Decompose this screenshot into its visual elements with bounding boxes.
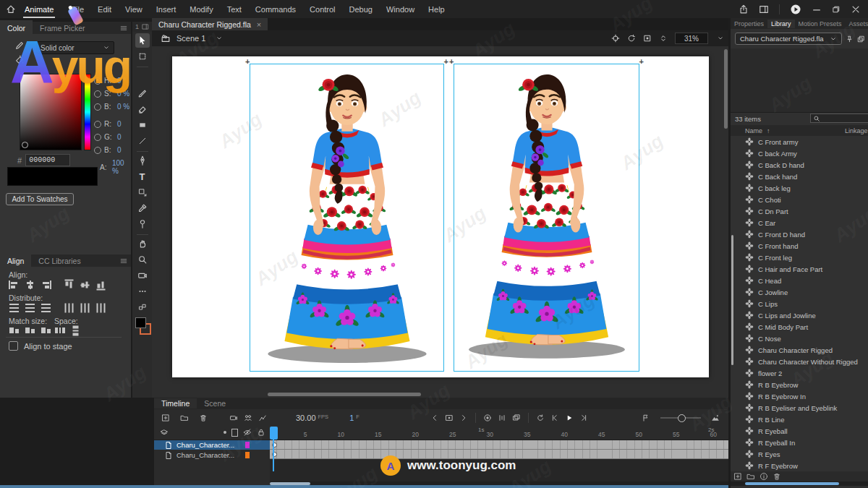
radio-g[interactable] [94, 134, 101, 141]
library-item[interactable]: flower 2 [731, 367, 868, 379]
library-item[interactable]: Charu Character Rigged [731, 344, 868, 356]
hide-layers-icon[interactable] [243, 428, 252, 437]
match-height-icon[interactable] [25, 326, 35, 335]
asset-warp-tool[interactable] [135, 185, 150, 200]
document-tab[interactable]: Charu Character Rigged.fla × [152, 18, 268, 30]
tab-frame-picker[interactable]: Frame Picker [33, 20, 92, 35]
selection-tool[interactable] [135, 33, 150, 48]
stage-selection-left[interactable] [250, 64, 444, 372]
minimize-icon[interactable] [812, 4, 822, 14]
h-value[interactable]: 0 ° [117, 77, 126, 85]
fps-value[interactable]: 30.00 [296, 414, 316, 422]
distribute-right-icon[interactable] [97, 303, 106, 314]
library-document-select[interactable]: Charu Character Rigged.fla [735, 33, 842, 45]
align-center-h-icon[interactable] [25, 281, 35, 289]
tab-motion-presets[interactable]: Motion Presets [795, 20, 846, 28]
menu-item-modify[interactable]: Modify [190, 2, 213, 17]
distribute-center-h-icon[interactable] [81, 303, 90, 314]
quick-share-play-icon[interactable] [790, 4, 801, 15]
loop-icon[interactable] [533, 411, 548, 424]
library-item[interactable]: C Head [731, 275, 868, 286]
fill-color-chip[interactable] [135, 317, 146, 328]
tab-close-icon[interactable]: × [257, 20, 261, 29]
step-back-icon[interactable] [548, 411, 562, 424]
layer-color-swatch[interactable] [245, 442, 250, 448]
library-item[interactable]: C Back D hand [731, 159, 868, 171]
panel-menu-icon[interactable] [119, 257, 128, 265]
align-bottom-icon[interactable] [97, 280, 106, 291]
scroll-thumb[interactable] [745, 482, 839, 485]
menu-item-control[interactable]: Control [310, 2, 335, 17]
character-illustration[interactable] [257, 66, 438, 368]
brush-tool[interactable] [135, 86, 150, 100]
workspace-icon[interactable] [759, 4, 769, 14]
library-item[interactable]: C back Army [731, 147, 868, 159]
onion-skin-icon[interactable] [480, 411, 495, 424]
free-transform-tool[interactable] [135, 49, 150, 64]
library-item[interactable]: R B Eyebrow [731, 379, 868, 390]
delete-layer-icon[interactable] [196, 411, 210, 424]
bone-pin-tool[interactable] [135, 217, 150, 231]
library-item[interactable]: C Lips [731, 298, 868, 309]
rectangle-tool[interactable] [135, 118, 150, 132]
match-both-icon[interactable] [41, 326, 51, 335]
layer-row[interactable]: Charu_Character... [154, 450, 270, 460]
new-folder-icon[interactable] [746, 472, 755, 481]
library-item[interactable]: Charu Character Without Rigged [731, 356, 868, 367]
library-item[interactable]: C Nose [731, 333, 868, 344]
center-stage-icon[interactable] [643, 34, 652, 43]
saturation-brightness-picker[interactable] [20, 74, 82, 150]
scene-name[interactable]: Scene 1 [176, 34, 205, 43]
library-search[interactable] [810, 114, 868, 123]
insert-keyframe-icon[interactable] [442, 411, 456, 424]
distribute-middle-icon[interactable] [25, 304, 35, 312]
eraser-tool[interactable] [135, 102, 150, 116]
menu-item-window[interactable]: Window [386, 2, 414, 17]
text-tool[interactable]: T [135, 169, 150, 184]
hue-slider[interactable] [84, 74, 91, 150]
tab-library[interactable]: Library [767, 20, 795, 28]
s-value[interactable]: 0 % [117, 90, 129, 98]
library-item[interactable]: C Ear [731, 217, 868, 228]
tab-scene[interactable]: Scene [197, 398, 233, 408]
column-name[interactable]: Name [745, 127, 762, 134]
alpha-value[interactable]: 100 % [112, 159, 131, 175]
search-input[interactable] [820, 114, 868, 123]
graph-editor-icon[interactable] [255, 411, 270, 424]
library-item[interactable]: C Hair and Face Part [731, 263, 868, 275]
new-layer-icon[interactable] [158, 411, 173, 424]
stroke-color-icon[interactable] [14, 40, 25, 51]
library-h-scrollbar[interactable] [731, 481, 868, 486]
add-camera-icon[interactable] [226, 411, 241, 424]
slider-knob[interactable] [678, 414, 686, 422]
panel-menu-icon[interactable] [119, 24, 128, 33]
library-item[interactable]: R Eyeball [731, 425, 868, 437]
align-top-icon[interactable] [65, 280, 74, 291]
library-item[interactable]: R B Eyebrow In [731, 390, 868, 402]
library-item[interactable]: R F Eyebrow [731, 460, 868, 471]
zoom-tool[interactable] [135, 252, 150, 267]
next-keyframe-icon[interactable] [456, 411, 471, 424]
show-all-dot-icon[interactable] [224, 431, 226, 434]
library-item[interactable]: C back leg [731, 182, 868, 194]
picker-cursor[interactable] [22, 142, 28, 148]
tab-timeline[interactable]: Timeline [154, 398, 197, 408]
radio-h[interactable] [94, 77, 101, 85]
space-horizontal-icon[interactable] [72, 325, 80, 336]
line-tool[interactable] [135, 134, 150, 148]
tab-color[interactable]: Color [0, 20, 33, 35]
new-symbol-icon[interactable] [733, 472, 742, 481]
play-icon[interactable] [562, 411, 576, 424]
library-item[interactable]: C Lips and Jowline [731, 309, 868, 321]
library-item[interactable]: R Eyes [731, 448, 868, 460]
menu-item-view[interactable]: View [125, 2, 142, 17]
current-frame-value[interactable]: 1 [349, 414, 354, 422]
onion-skin-outlines-icon[interactable] [495, 411, 509, 424]
layer-color-swatch[interactable] [245, 452, 250, 458]
library-scrollbar[interactable] [731, 235, 733, 365]
pin-library-icon[interactable] [846, 35, 854, 43]
library-item[interactable]: C Front hand [731, 240, 868, 252]
tab-assets[interactable]: Assets [846, 20, 868, 28]
distribute-bottom-icon[interactable] [41, 304, 51, 312]
library-item[interactable]: R B Eyeliser and Eyeblink [731, 402, 868, 414]
